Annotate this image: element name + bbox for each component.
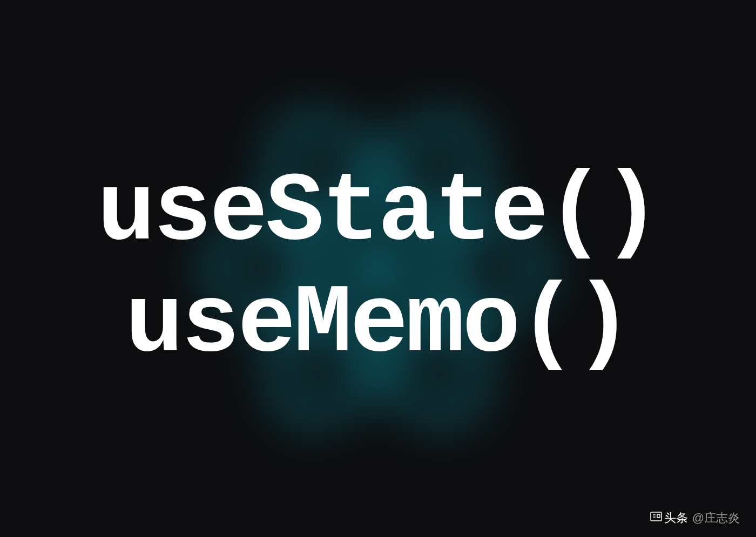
watermark-logo-text: 头条	[664, 510, 688, 526]
watermark-author: @庄志炎	[692, 510, 740, 526]
hook-text-container: useState() useMemo()	[97, 157, 659, 380]
hook-text-line-1: useState()	[97, 157, 659, 269]
watermark: 头条 @庄志炎	[650, 510, 740, 526]
hook-text-line-2: useMemo()	[97, 269, 659, 380]
watermark-logo: 头条	[650, 510, 688, 526]
svg-rect-7	[657, 514, 660, 518]
toutiao-icon	[650, 510, 663, 526]
